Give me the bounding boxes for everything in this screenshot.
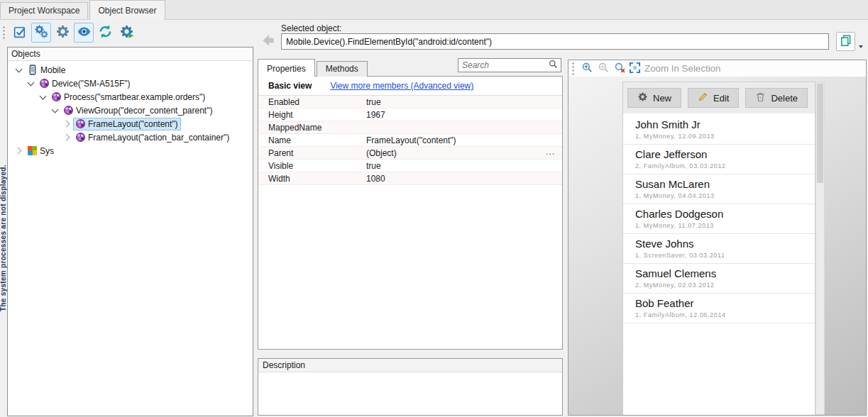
back-arrow-icon — [260, 40, 277, 51]
settings-gear-button[interactable] — [53, 23, 72, 43]
show-object-button[interactable] — [74, 23, 94, 43]
zoom-out-button[interactable] — [596, 62, 610, 76]
expander-icon[interactable] — [39, 93, 47, 101]
map-object-button[interactable] — [116, 23, 136, 43]
gear-icon — [637, 91, 648, 104]
contact-details: 1, ScreenSaver, 03.03.2011 — [635, 252, 803, 259]
selected-tree-item[interactable]: FrameLayout("content") — [73, 118, 181, 130]
tab-methods[interactable]: Methods — [317, 61, 368, 77]
contact-name: John Smith Jr — [635, 118, 803, 130]
contact-details: 2, FamilyAlbum, 03.03.2012 — [635, 162, 803, 169]
property-row[interactable]: Name FrameLayout("content") — [258, 134, 562, 147]
edit-button-label: Edit — [713, 93, 729, 104]
object-node-icon — [52, 92, 61, 101]
tree-item-mobile[interactable]: Mobile — [8, 63, 253, 77]
property-name: Width — [258, 174, 366, 184]
edit-button[interactable]: Edit — [688, 88, 739, 108]
properties-tabbar: Properties Methods — [258, 59, 369, 77]
property-name: Enabled — [258, 97, 366, 107]
property-value: (Object) — [366, 148, 397, 158]
preview-scrollbar[interactable] — [815, 82, 825, 415]
contact-item[interactable]: Samuel Clemens 2, MyMoney, 02.03.2012 — [623, 264, 815, 294]
ellipsis-button[interactable]: ... — [546, 147, 555, 157]
object-browser-toolbar — [1, 22, 136, 43]
new-button[interactable]: New — [627, 88, 681, 108]
contact-item[interactable]: Bob Feather 1, FamilyAlbum, 12.06.2014 — [623, 294, 815, 323]
zoom-in-button[interactable] — [580, 62, 594, 76]
contact-name: Samuel Clemens — [635, 267, 803, 279]
contact-item[interactable]: Charles Dodgeson 1, MyMoney, 11.07.2013 — [623, 204, 815, 234]
tab-properties[interactable]: Properties — [258, 59, 315, 77]
property-row[interactable]: MappedName — [258, 121, 562, 134]
new-button-label: New — [653, 93, 671, 104]
property-row[interactable]: Width 1080 — [258, 172, 562, 185]
tree-item-label: ViewGroup("decor_content_parent") — [76, 106, 212, 116]
contact-item[interactable]: John Smith Jr 1, MyMoney, 12.09.2013 — [623, 115, 815, 145]
advanced-view-link[interactable]: View more members (Advanced view) — [330, 81, 473, 91]
expander-icon[interactable] — [51, 106, 59, 114]
tree-item-process[interactable]: Process("smartbear.example.orders") — [8, 90, 253, 104]
object-node-icon — [40, 79, 49, 88]
objects-tree: Mobile Device("SM-A515F") Process("smart… — [8, 61, 253, 157]
property-search-box — [458, 58, 561, 72]
expander-icon[interactable] — [15, 66, 23, 74]
contact-details: 1, MyMoney, 04.04.2013 — [635, 192, 803, 199]
contact-item[interactable]: Steve Johns 1, ScreenSaver, 03.03.2011 — [623, 234, 815, 264]
property-name: Name — [258, 135, 366, 145]
tab-project-workspace[interactable]: Project Workspace — [0, 2, 88, 19]
search-input[interactable] — [458, 60, 549, 70]
eye-icon — [77, 24, 92, 41]
tree-item-viewgroup[interactable]: ViewGroup("decor_content_parent") — [8, 104, 253, 117]
toolbar-grip[interactable] — [571, 62, 575, 76]
contact-details: 1, MyMoney, 12.09.2013 — [635, 133, 803, 140]
copy-button[interactable] — [836, 32, 855, 51]
expander-icon[interactable] — [15, 147, 23, 155]
object-node-icon — [76, 119, 85, 128]
contact-details: 1, FamilyAlbum, 12.06.2014 — [635, 311, 803, 318]
objects-panel-title: Objects — [8, 48, 253, 61]
property-name: Visible — [258, 161, 366, 171]
copy-dropdown-button[interactable] — [856, 32, 866, 51]
property-row[interactable]: Parent (Object) ... — [258, 147, 562, 160]
zoom-cancel-button[interactable] — [612, 62, 627, 76]
contact-item[interactable]: Clare Jefferson 2, FamilyAlbum, 03.03.20… — [623, 145, 815, 174]
device-screen-preview[interactable]: New Edit Delete John Smith Jr — [623, 82, 815, 415]
tree-item-sys[interactable]: Sys — [8, 144, 253, 157]
tree-item-device[interactable]: Device("SM-A515F") — [8, 77, 253, 90]
tree-item-framelayout-action-bar[interactable]: FrameLayout("action_bar_container") — [8, 130, 253, 144]
property-row[interactable]: Visible true — [258, 160, 562, 172]
selected-object-input[interactable] — [281, 33, 829, 50]
expander-icon[interactable] — [63, 133, 71, 141]
property-name: MappedName — [258, 123, 366, 133]
highlight-object-button[interactable] — [10, 23, 30, 43]
selected-object-label: Selected object: — [281, 23, 341, 33]
back-button[interactable] — [259, 32, 278, 50]
property-row[interactable]: Enabled true — [258, 96, 562, 109]
refresh-button[interactable] — [95, 23, 115, 43]
preview-action-bar: New Edit Delete — [623, 82, 815, 113]
property-value: true — [366, 161, 381, 171]
gears-icon — [34, 24, 49, 41]
contact-details: 2, MyMoney, 02.03.2012 — [635, 282, 803, 289]
expander-icon[interactable] — [63, 120, 71, 128]
tab-object-browser[interactable]: Object Browser — [89, 0, 165, 20]
contact-name: Steve Johns — [635, 238, 803, 250]
mobile-device-icon — [28, 65, 38, 75]
description-title: Description — [258, 359, 562, 372]
contact-list: John Smith Jr 1, MyMoney, 12.09.2013 Cla… — [623, 113, 815, 323]
tree-item-framelayout-content[interactable]: FrameLayout("content") — [8, 117, 253, 130]
delete-button[interactable]: Delete — [745, 88, 808, 108]
zoom-in-selection-button[interactable]: Zoom In Selection — [629, 62, 720, 76]
tree-item-label: Sys — [40, 146, 54, 156]
property-row[interactable]: Height 1967 — [258, 109, 562, 121]
object-spy-button[interactable] — [31, 23, 51, 43]
zoom-cancel-icon — [614, 62, 626, 76]
description-panel: Description — [258, 358, 563, 416]
toolbar-grip[interactable] — [2, 26, 6, 40]
property-value: FrameLayout("content") — [366, 135, 456, 145]
refresh-icon — [98, 24, 113, 41]
property-value: 1080 — [366, 174, 385, 184]
contact-item[interactable]: Susan McLaren 1, MyMoney, 04.04.2013 — [623, 174, 815, 204]
scrollbar-thumb[interactable] — [817, 84, 823, 183]
expander-icon[interactable] — [27, 79, 35, 87]
